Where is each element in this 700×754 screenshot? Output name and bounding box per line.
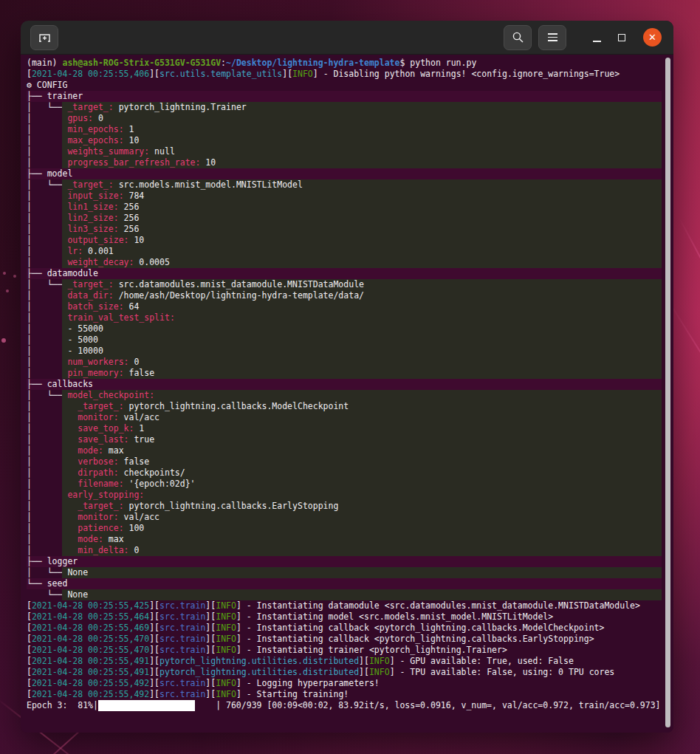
minimize-button[interactable] [584,25,609,50]
new-tab-icon [38,31,51,44]
terminal-line: │ lin2_size: 256 [27,213,662,224]
tree-prefix: │ [27,423,62,434]
config-row: None [62,567,662,578]
terminal-line: │ └── None [27,567,662,578]
tree-prefix: │ └── [27,390,62,401]
text-segment: [ [27,600,32,611]
text-segment [62,534,78,544]
text-segment: - 10000 [62,346,103,356]
text-segment: gpus: [67,113,93,123]
text-segment: INFO [216,645,236,655]
tree-prefix: │ └── [27,179,62,191]
tree-prefix: │ [27,146,62,157]
text-segment: - 55000 [62,323,103,334]
text-segment: true [129,434,155,445]
terminal-scrollbar[interactable] [665,58,670,727]
text-segment: 2021-04-28 00:25:55,470 [32,645,149,655]
log-line: [2021-04-28 00:25:55,492][src.train][INF… [27,689,673,700]
text-segment: lr: [67,246,83,256]
text-segment: lin1_size: [67,202,118,212]
terminal-line: │ save_last: true [27,434,662,445]
menu-button[interactable] [538,25,566,50]
terminal-line: │ └── model_checkpoint: [27,390,662,401]
text-segment: batch_size: [67,301,123,312]
text-segment: INFO [292,69,313,79]
text-segment: 256 [119,202,140,212]
tree-prefix: │ [27,157,62,168]
text-segment: ] - Instantiating model <src.models.mnis… [236,611,553,622]
tree-prefix: │ └── [27,102,62,113]
terminal-line: │ - 5000 [27,335,662,346]
wallpaper-line [679,217,700,315]
text-segment: output_size: [67,235,128,245]
text-segment: ][ [205,634,216,644]
text-segment: [ [27,645,32,655]
text-segment: (main) [27,58,62,68]
terminal-line: └── None [27,589,662,600]
section-model: ├── model [27,168,662,179]
text-segment: pytorch_lightning.Trainer [114,102,247,112]
text-segment: INFO [369,656,390,666]
terminal-line: │ _target_: pytorch_lightning.callbacks.… [27,401,662,412]
tree-prefix: │ [27,323,62,335]
config-row: data_dir: /home/ash/Desktop/lightning-hy… [62,290,662,301]
menu-icon [548,33,557,41]
terminal-line: │ - 10000 [27,346,662,357]
close-button[interactable]: ✕ [643,28,662,47]
text-segment: train_val_test_split: [67,312,174,323]
text-segment: 2021-04-28 00:25:55,469 [32,623,149,633]
search-button[interactable] [504,25,532,50]
text-segment: lin3_size: [67,224,118,234]
terminal-line: │ data_dir: /home/ash/Desktop/lightning-… [27,290,662,301]
text-segment: - 5000 [62,335,97,345]
text-segment [62,523,78,533]
terminal-line: │ input_size: 784 [27,191,662,202]
log-line: [2021-04-28 00:25:55,469][src.train][INF… [27,623,673,634]
text-segment: ][ [359,667,369,677]
text-segment: weights_summary: [67,146,149,157]
text-segment: 0 [129,545,140,555]
text-segment: INFO [216,634,236,644]
text-segment: input_size: [67,191,123,201]
terminal-content[interactable]: (main) ash@ash-ROG-Strix-G531GV-G531GV:~… [21,55,673,733]
tree-prefix: │ [27,401,62,412]
text-segment: val/acc [119,512,159,522]
text-segment: [ [27,689,32,699]
terminal-line: │ lr: 0.001 [27,246,662,257]
tree-prefix: │ [27,412,62,423]
tree-prefix: │ [27,224,62,235]
terminal-line: │ min_delta: 0 [27,545,662,556]
text-segment [62,401,78,411]
log-line: [2021-04-28 00:25:55,491][pytorch_lightn… [27,667,673,678]
text-segment: pin_memory: [67,368,123,378]
text-segment: 2021-04-28 00:25:55,464 [32,611,149,622]
terminal-line: │ num_workers: 0 [27,357,662,368]
tree-prefix: │ [27,235,62,246]
text-segment: false [124,368,155,378]
text-segment: ├── logger [27,556,78,566]
new-tab-button[interactable] [30,25,58,50]
text-segment: 0 [93,113,103,123]
log-line: [2021-04-28 00:25:55,425][src.train][INF… [27,600,673,611]
maximize-button[interactable] [609,25,634,50]
text-segment: $ python run.py [399,58,476,68]
config-row: min_delta: 0 [62,545,662,556]
tree-prefix: │ [27,213,62,224]
text-segment: ][ [149,667,159,677]
close-icon: ✕ [648,32,656,42]
text-segment: 1 [124,124,134,134]
terminal-line: │ progress_bar_refresh_rate: 10 [27,157,662,168]
text-segment [62,445,78,456]
titlebar[interactable]: ✕ [21,21,673,55]
text-segment: pytorch_lightning.callbacks.EarlyStoppin… [124,501,339,511]
section-trainer: ├── trainer [27,91,662,102]
text-segment: _target_: [67,179,113,190]
tree-prefix: │ [27,191,62,202]
config-row: lr: 0.001 [62,246,662,257]
text-segment: [ [27,69,32,79]
text-segment: | 760/939 [00:09<00:02, 83.92it/s, loss=… [216,700,660,710]
text-segment: ][ [282,69,292,79]
tree-prefix: │ [27,335,62,346]
terminal-line: │ train_val_test_split: [27,312,662,323]
text-segment: ][ [205,678,216,688]
